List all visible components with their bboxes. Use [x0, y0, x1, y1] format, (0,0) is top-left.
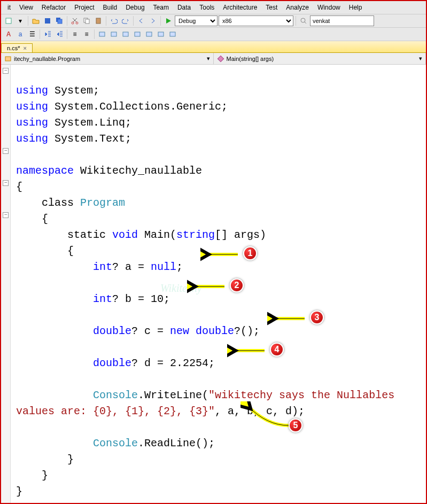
nav-back-icon[interactable]	[136, 15, 146, 26]
svg-rect-17	[5, 57, 11, 61]
svg-rect-10	[99, 32, 105, 36]
comment-icon[interactable]: ≡	[69, 29, 80, 40]
window-icon-4[interactable]	[132, 29, 143, 40]
callout-badge-3: 3	[310, 311, 324, 324]
nav-class[interactable]: itechy_naullable.Program ▾	[1, 53, 214, 64]
arrow-icon	[227, 343, 270, 359]
font-icon[interactable]: A	[3, 29, 14, 40]
arrow-icon	[187, 278, 230, 294]
copy-icon[interactable]	[81, 15, 92, 26]
code-text: ? c =	[131, 325, 170, 337]
fold-icon[interactable]: −	[3, 148, 9, 154]
file-tab[interactable]: n.cs* ×	[1, 43, 33, 52]
kw-int: int	[16, 261, 112, 273]
svg-point-9	[301, 18, 305, 22]
menu-help[interactable]: Help	[345, 2, 367, 13]
menu-team[interactable]: Team	[149, 2, 173, 13]
paste-icon[interactable]	[93, 15, 104, 26]
code-text: .ReadLine();	[138, 437, 215, 449]
search-input[interactable]	[310, 15, 374, 26]
format-icon[interactable]: a	[15, 29, 26, 40]
svg-rect-0	[6, 18, 11, 24]
code-text: ?();	[234, 325, 260, 337]
svg-rect-12	[123, 32, 128, 36]
kw-namespace: namespace	[16, 165, 74, 177]
code-text: , a, b, c, d);	[215, 405, 305, 417]
code-text: {	[16, 181, 22, 193]
callout-badge-5: 5	[289, 418, 302, 432]
svg-rect-14	[146, 32, 152, 36]
menu-debug[interactable]: Debug	[121, 2, 149, 13]
code-text: ? b = 10;	[112, 293, 170, 305]
cut-icon[interactable]	[69, 15, 80, 26]
svg-rect-1	[45, 18, 50, 24]
menu-project[interactable]: Project	[70, 2, 98, 13]
window-icon-6[interactable]	[156, 29, 166, 40]
menu-build[interactable]: Build	[99, 2, 122, 13]
menu-edit[interactable]: it	[3, 2, 15, 13]
menu-data[interactable]: Data	[173, 2, 195, 13]
code-text: System.Collections.Generic;	[48, 100, 228, 113]
start-icon[interactable]	[163, 15, 174, 26]
nav-class-label: itechy_naullable.Program	[14, 56, 80, 62]
menu-view[interactable]: View	[15, 2, 37, 13]
menu-tools[interactable]: Tools	[195, 2, 219, 13]
tab-bar: n.cs* ×	[1, 41, 426, 53]
save-all-icon[interactable]	[54, 15, 65, 26]
nav-method-label: Main(string[] args)	[227, 56, 274, 62]
open-icon[interactable]	[30, 15, 41, 26]
string-literal: values are: {0}, {1}, {2}, {3}"	[16, 405, 215, 417]
kw-void: void	[112, 229, 138, 241]
svg-rect-13	[135, 32, 140, 36]
code-text: ? a =	[112, 261, 151, 273]
close-icon[interactable]: ×	[23, 45, 26, 51]
nav-fwd-icon[interactable]	[147, 15, 158, 26]
tab-label: n.cs*	[7, 45, 20, 51]
svg-rect-15	[158, 32, 164, 36]
menu-architecture[interactable]: Architecture	[219, 2, 261, 13]
uncomment-icon[interactable]: ≡	[81, 29, 92, 40]
fold-icon[interactable]: −	[3, 212, 9, 218]
kw-double: double	[196, 325, 234, 337]
config-select[interactable]: Debug	[175, 15, 218, 26]
kw-double: double	[16, 325, 131, 337]
arrow-icon	[267, 311, 310, 327]
code-text: }	[16, 453, 74, 466]
code-text: System.Linq;	[48, 117, 131, 129]
indent-icon[interactable]	[54, 29, 65, 40]
callout-badge-2: 2	[230, 278, 244, 292]
window-icon-1[interactable]	[97, 29, 107, 40]
fold-icon[interactable]: −	[3, 68, 9, 74]
fold-icon[interactable]: −	[3, 180, 9, 186]
platform-select[interactable]: x86	[219, 15, 293, 26]
nav-method[interactable]: Main(string[] args) ▾	[214, 53, 426, 64]
code-text: }	[16, 485, 22, 498]
menu-analyze[interactable]: Analyze	[282, 2, 313, 13]
kw-new: new	[170, 325, 196, 337]
redo-icon[interactable]	[120, 15, 131, 26]
find-icon[interactable]	[298, 15, 309, 26]
menu-refactor[interactable]: Refactor	[37, 2, 70, 13]
window-icon-5[interactable]	[144, 29, 154, 40]
save-icon[interactable]	[42, 15, 53, 26]
window-icon-7[interactable]	[167, 29, 178, 40]
new-project-icon[interactable]	[3, 15, 14, 26]
dedent-icon[interactable]	[42, 29, 53, 40]
code-text: {	[16, 245, 74, 257]
undo-icon[interactable]	[108, 15, 119, 26]
kw-using: using	[16, 133, 48, 145]
window-icon-2[interactable]	[108, 29, 119, 40]
tool-icon[interactable]: ☰	[27, 29, 37, 40]
method-icon	[217, 55, 224, 63]
code-editor[interactable]: − − − − using System; using System.Colle…	[1, 65, 426, 504]
code-text: }	[16, 469, 48, 482]
svg-rect-7	[86, 19, 89, 24]
menu-test[interactable]: Test	[261, 2, 282, 13]
toolbar-editor: A a ☰ ≡ ≡	[1, 28, 426, 41]
code-text: System;	[48, 84, 99, 97]
class-icon	[4, 55, 12, 63]
code-area[interactable]: using System; using System.Collections.G…	[11, 65, 426, 504]
window-icon-3[interactable]	[120, 29, 131, 40]
menu-window[interactable]: Window	[313, 2, 345, 13]
dropdown-icon[interactable]: ▾	[15, 15, 26, 26]
